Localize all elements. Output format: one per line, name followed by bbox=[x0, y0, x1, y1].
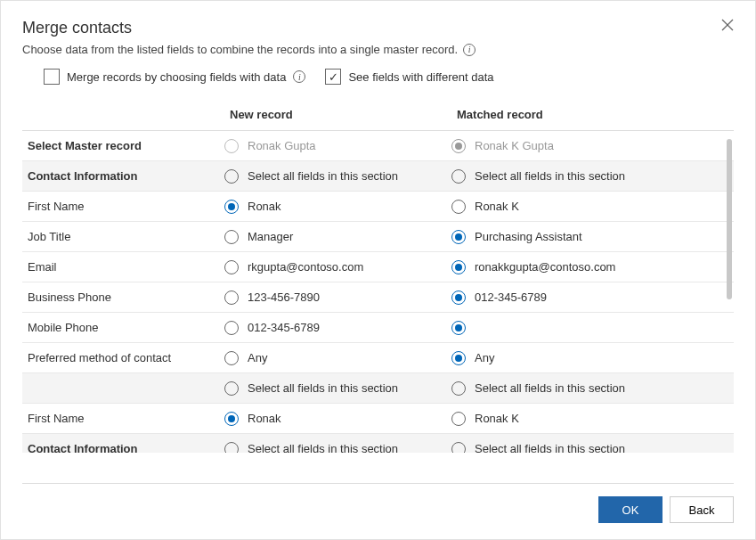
table-row: Contact InformationSelect all fields in … bbox=[22, 161, 734, 192]
table-row: Select all fields in this sectionSelect … bbox=[22, 373, 734, 404]
radio-icon bbox=[224, 139, 239, 153]
merge-table: New record Matched record Select Master … bbox=[22, 101, 734, 484]
new-record-cell[interactable]: Select all fields in this section bbox=[223, 381, 450, 396]
table-row: Preferred method of contactAnyAny bbox=[22, 343, 734, 373]
radio-icon[interactable] bbox=[224, 412, 239, 426]
dialog-subtitle: Choose data from the listed fields to co… bbox=[22, 43, 734, 56]
field-label: Contact Information bbox=[22, 442, 223, 453]
radio-icon[interactable] bbox=[224, 169, 239, 184]
table-row: Mobile Phone012-345-6789 bbox=[22, 313, 734, 343]
close-icon[interactable] bbox=[721, 19, 734, 31]
matched-record-cell[interactable]: ronakkgupta@contoso.com bbox=[450, 260, 734, 274]
radio-label: 123-456-7890 bbox=[248, 290, 320, 304]
subtitle-text: Choose data from the listed fields to co… bbox=[22, 43, 458, 56]
new-record-cell[interactable]: Ronak bbox=[223, 200, 450, 214]
new-record-cell[interactable]: 012-345-6789 bbox=[223, 321, 450, 335]
radio-icon[interactable] bbox=[451, 260, 466, 274]
radio-label: Select all fields in this section bbox=[248, 381, 398, 395]
matched-record-cell[interactable]: Select all fields in this section bbox=[450, 381, 734, 396]
radio-label: Ronak Gupta bbox=[248, 139, 316, 152]
matched-record-cell[interactable] bbox=[450, 321, 734, 335]
matched-record-cell[interactable]: Any bbox=[450, 351, 734, 365]
new-record-cell[interactable]: Ronak Gupta bbox=[223, 139, 450, 153]
column-header-new: New record bbox=[223, 108, 450, 121]
table-row: First NameRonakRonak K bbox=[22, 404, 734, 434]
options-row: Merge records by choosing fields with da… bbox=[22, 69, 734, 85]
field-label: First Name bbox=[22, 412, 223, 425]
radio-icon[interactable] bbox=[224, 381, 239, 396]
matched-record-cell[interactable]: 012-345-6789 bbox=[450, 290, 734, 305]
matched-record-cell[interactable]: Select all fields in this section bbox=[450, 442, 734, 454]
checkbox-icon bbox=[325, 69, 341, 85]
field-label: Business Phone bbox=[22, 290, 223, 304]
radio-icon[interactable] bbox=[451, 200, 466, 214]
new-record-cell[interactable]: Select all fields in this section bbox=[223, 442, 450, 454]
scrollbar-thumb[interactable] bbox=[727, 139, 732, 299]
radio-icon[interactable] bbox=[451, 412, 466, 426]
radio-label: Ronak K bbox=[475, 200, 519, 213]
see-different-checkbox[interactable]: See fields with different data bbox=[325, 69, 493, 85]
radio-label: rkgupta@contoso.com bbox=[248, 260, 363, 274]
merge-by-fields-checkbox[interactable]: Merge records by choosing fields with da… bbox=[44, 69, 305, 85]
radio-icon[interactable] bbox=[224, 230, 239, 244]
field-label: Preferred method of contact bbox=[22, 351, 223, 364]
matched-record-cell[interactable]: Ronak K bbox=[450, 200, 734, 214]
field-label: Contact Information bbox=[22, 169, 223, 183]
radio-label: Ronak K Gupta bbox=[475, 139, 554, 152]
matched-record-cell[interactable]: Select all fields in this section bbox=[450, 169, 734, 184]
radio-icon[interactable] bbox=[451, 351, 466, 365]
radio-label: Select all fields in this section bbox=[248, 169, 398, 183]
field-label: Email bbox=[22, 260, 223, 274]
column-header-matched: Matched record bbox=[450, 108, 734, 121]
info-icon[interactable]: i bbox=[293, 70, 305, 83]
table-row: Contact InformationSelect all fields in … bbox=[22, 434, 734, 453]
radio-label: Purchasing Assistant bbox=[475, 230, 582, 243]
radio-label: 012-345-6789 bbox=[475, 290, 547, 304]
new-record-cell[interactable]: rkgupta@contoso.com bbox=[223, 260, 450, 274]
table-row: First NameRonakRonak K bbox=[22, 192, 734, 222]
radio-label: Ronak bbox=[248, 412, 281, 425]
radio-icon[interactable] bbox=[224, 290, 239, 305]
table-row: Job TitleManagerPurchasing Assistant bbox=[22, 222, 734, 252]
checkbox-label: See fields with different data bbox=[348, 70, 493, 84]
new-record-cell[interactable]: Manager bbox=[223, 230, 450, 244]
info-icon[interactable]: i bbox=[463, 44, 476, 56]
new-record-cell[interactable]: Select all fields in this section bbox=[223, 169, 450, 184]
dialog-footer: OK Back bbox=[22, 484, 734, 523]
matched-record-cell[interactable]: Ronak K Gupta bbox=[450, 139, 734, 153]
field-label: Select Master record bbox=[22, 139, 223, 152]
radio-label: ronakkgupta@contoso.com bbox=[475, 260, 615, 274]
radio-label: Select all fields in this section bbox=[475, 381, 625, 395]
radio-icon[interactable] bbox=[451, 442, 466, 454]
radio-label: Select all fields in this section bbox=[475, 169, 625, 183]
radio-icon[interactable] bbox=[224, 321, 239, 335]
new-record-cell[interactable]: Any bbox=[223, 351, 450, 365]
checkbox-label: Merge records by choosing fields with da… bbox=[67, 70, 286, 84]
back-button[interactable]: Back bbox=[670, 496, 734, 523]
field-label: First Name bbox=[22, 200, 223, 213]
radio-icon[interactable] bbox=[451, 230, 466, 244]
radio-icon[interactable] bbox=[224, 200, 239, 214]
radio-icon[interactable] bbox=[451, 169, 466, 184]
radio-label: Ronak bbox=[248, 200, 281, 213]
new-record-cell[interactable]: 123-456-7890 bbox=[223, 290, 450, 305]
radio-icon[interactable] bbox=[451, 290, 466, 305]
radio-icon[interactable] bbox=[224, 260, 239, 274]
radio-icon[interactable] bbox=[451, 381, 466, 396]
table-row: Select Master recordRonak GuptaRonak K G… bbox=[22, 131, 734, 161]
radio-icon[interactable] bbox=[224, 351, 239, 365]
matched-record-cell[interactable]: Purchasing Assistant bbox=[450, 230, 734, 244]
new-record-cell[interactable]: Ronak bbox=[223, 412, 450, 426]
scroll-area[interactable]: Select Master recordRonak GuptaRonak K G… bbox=[22, 130, 734, 453]
radio-label: 012-345-6789 bbox=[248, 321, 320, 334]
radio-icon[interactable] bbox=[224, 442, 239, 454]
radio-icon[interactable] bbox=[451, 321, 466, 335]
radio-label: Manager bbox=[248, 230, 293, 243]
field-label: Mobile Phone bbox=[22, 321, 223, 334]
radio-label: Ronak K bbox=[475, 412, 519, 425]
ok-button[interactable]: OK bbox=[598, 496, 663, 523]
matched-record-cell[interactable]: Ronak K bbox=[450, 412, 734, 426]
radio-label: Any bbox=[248, 351, 267, 364]
table-row: Emailrkgupta@contoso.comronakkgupta@cont… bbox=[22, 252, 734, 282]
column-headers: New record Matched record bbox=[22, 101, 734, 130]
